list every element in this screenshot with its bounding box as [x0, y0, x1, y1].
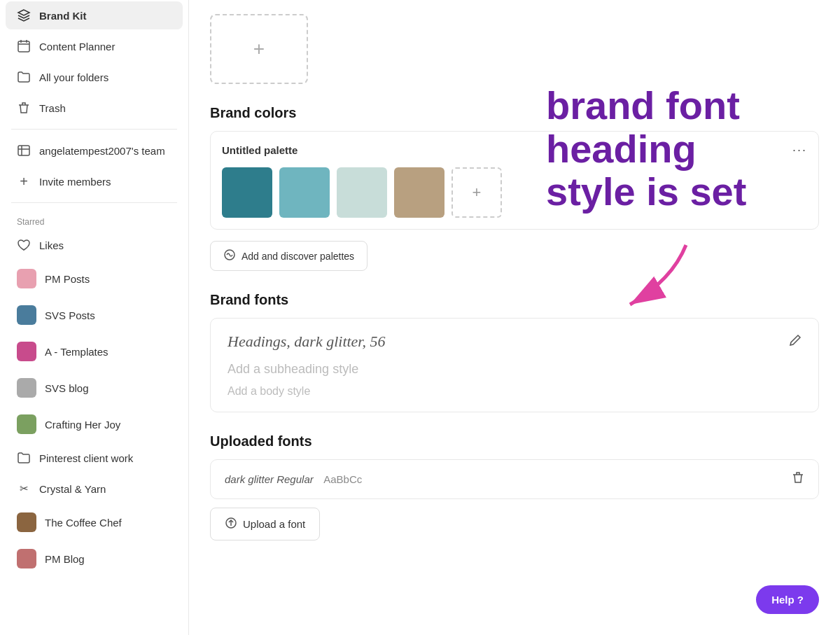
add-design-card[interactable]: +: [210, 14, 308, 84]
sidebar-item-crystal-yarn[interactable]: ✂ Crystal & Yarn: [6, 475, 183, 503]
sidebar-item-brand-kit[interactable]: Brand Kit: [6, 1, 183, 29]
add-palette-button[interactable]: Add and discover palettes: [210, 241, 368, 271]
font-sample: AaBbCc: [323, 473, 362, 485]
sidebar-item-a-templates[interactable]: A - Templates: [6, 335, 183, 368]
upload-icon: [225, 517, 237, 531]
add-palette-label: Add and discover palettes: [241, 251, 354, 262]
pm-posts-label: PM Posts: [45, 273, 90, 285]
palette-card: Untitled palette ··· +: [210, 131, 819, 230]
divider-2: [11, 202, 177, 203]
sidebar-item-all-folders[interactable]: All your folders: [6, 63, 183, 91]
brand-colors-heading: Brand colors: [210, 105, 819, 121]
color-swatch-teal[interactable]: [222, 167, 272, 218]
trash-label: Trash: [39, 102, 66, 114]
palette-name: Untitled palette: [222, 144, 298, 156]
upload-font-label: Upload a font: [243, 518, 305, 530]
likes-label: Likes: [39, 239, 64, 251]
palette-menu-button[interactable]: ···: [792, 143, 807, 158]
folder-pinterest-icon: [17, 451, 31, 465]
team-icon: [17, 144, 31, 158]
all-folders-label: All your folders: [39, 71, 108, 83]
pm-blog-avatar: [17, 549, 36, 568]
add-color-button[interactable]: +: [451, 167, 502, 218]
brand-kit-icon: [17, 8, 31, 22]
color-swatch-tan[interactable]: [394, 167, 444, 218]
color-swatch-mint[interactable]: [337, 167, 387, 218]
sidebar: Brand Kit Content Planner All your folde…: [0, 0, 189, 635]
upload-font-button[interactable]: Upload a font: [210, 508, 320, 540]
font-info: dark glitter Regular AaBbCc: [225, 473, 362, 486]
pinterest-client-label: Pinterest client work: [39, 452, 133, 464]
content-planner-icon: [17, 39, 31, 53]
crystal-yarn-icon: ✂: [17, 482, 31, 496]
divider-1: [11, 129, 177, 130]
svs-blog-avatar: [17, 378, 36, 398]
heading-font-row: Headings, dark glitter, 56: [227, 333, 802, 351]
pm-posts-avatar: [17, 269, 36, 288]
sidebar-item-svs-blog[interactable]: SVS blog: [6, 371, 183, 405]
color-swatch-light-teal[interactable]: [279, 167, 330, 218]
help-button[interactable]: Help ?: [756, 585, 819, 614]
brand-kit-label: Brand Kit: [39, 10, 87, 22]
font-name: dark glitter Regular: [225, 473, 314, 485]
crafting-her-joy-label: Crafting Her Joy: [45, 419, 120, 431]
svs-posts-label: SVS Posts: [45, 309, 95, 321]
sidebar-item-crafting-her-joy[interactable]: Crafting Her Joy: [6, 407, 183, 441]
crafting-her-joy-avatar: [17, 414, 36, 434]
content-planner-label: Content Planner: [39, 41, 115, 53]
add-palette-icon: [223, 249, 236, 263]
coffee-chef-avatar: [17, 512, 36, 532]
trash-icon: [17, 101, 31, 115]
delete-font-button[interactable]: [792, 471, 804, 487]
invite-label: Invite members: [39, 176, 111, 188]
pm-blog-label: PM Blog: [45, 553, 85, 565]
fonts-card: Headings, dark glitter, 56 Add a subhead…: [210, 318, 819, 412]
sidebar-item-likes[interactable]: Likes: [6, 231, 183, 259]
sidebar-item-svs-posts[interactable]: SVS Posts: [6, 298, 183, 332]
brand-colors-section: Brand colors Untitled palette ··· + A: [210, 105, 819, 271]
svs-posts-avatar: [17, 305, 36, 325]
sidebar-item-trash[interactable]: Trash: [6, 94, 183, 122]
palette-header: Untitled palette ···: [222, 143, 807, 158]
sidebar-item-coffee-chef[interactable]: The Coffee Chef: [6, 505, 183, 539]
svg-rect-4: [18, 146, 29, 155]
edit-font-button[interactable]: [789, 334, 802, 350]
brand-fonts-section: Brand fonts Headings, dark glitter, 56 A…: [210, 292, 819, 412]
heading-font-text: Headings, dark glitter, 56: [227, 333, 386, 351]
color-swatches: +: [222, 167, 807, 218]
add-subheading-text[interactable]: Add a subheading style: [227, 362, 802, 377]
add-design-plus-icon: +: [253, 38, 265, 60]
plus-icon: +: [17, 174, 31, 188]
add-body-style-text[interactable]: Add a body style: [227, 385, 802, 398]
font-row: dark glitter Regular AaBbCc: [210, 459, 819, 499]
crystal-yarn-label: Crystal & Yarn: [39, 483, 106, 495]
sidebar-item-content-planner[interactable]: Content Planner: [6, 32, 183, 60]
sidebar-item-pinterest-client[interactable]: Pinterest client work: [6, 444, 183, 472]
heart-icon: [17, 238, 31, 252]
a-templates-label: A - Templates: [45, 346, 108, 358]
team-label: angelatempest2007's team: [39, 145, 165, 157]
sidebar-item-pm-blog[interactable]: PM Blog: [6, 542, 183, 575]
uploaded-fonts-section: Uploaded fonts dark glitter Regular AaBb…: [210, 433, 819, 540]
sidebar-item-team[interactable]: angelatempest2007's team: [6, 137, 183, 165]
svg-rect-0: [18, 41, 29, 52]
folder-icon: [17, 70, 31, 84]
a-templates-avatar: [17, 342, 36, 361]
uploaded-fonts-heading: Uploaded fonts: [210, 433, 819, 449]
svs-blog-label: SVS blog: [45, 382, 89, 394]
sidebar-item-invite[interactable]: + Invite members: [6, 167, 183, 195]
starred-section-label: Starred: [0, 209, 188, 230]
brand-fonts-heading: Brand fonts: [210, 292, 819, 308]
sidebar-item-pm-posts[interactable]: PM Posts: [6, 262, 183, 295]
coffee-chef-label: The Coffee Chef: [45, 517, 122, 529]
main-content: + Brand colors Untitled palette ··· +: [189, 0, 840, 635]
